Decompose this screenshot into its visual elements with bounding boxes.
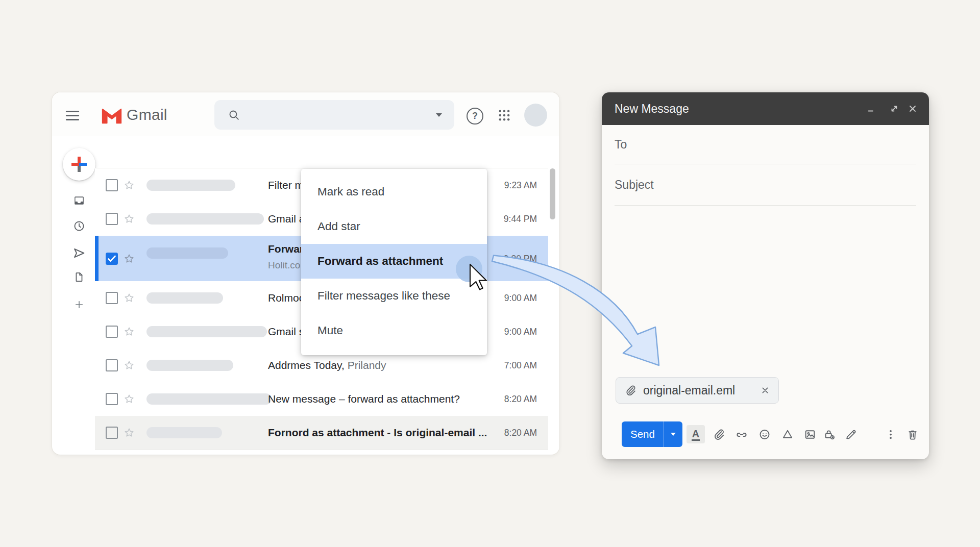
help-icon[interactable]: ?: [467, 108, 483, 125]
gmail-logo: [100, 103, 124, 127]
row-subject: Addrmes Today, Prilandy: [268, 359, 386, 371]
compose-button[interactable]: [63, 148, 95, 181]
formatting-icon: A: [692, 428, 700, 441]
gmail-window: Gmail ?: [52, 92, 559, 455]
apps-grid-icon[interactable]: [497, 108, 511, 122]
gmail-header: Gmail ?: [52, 92, 559, 137]
sent-icon[interactable]: [72, 246, 86, 260]
compose-body[interactable]: [602, 206, 929, 374]
to-field[interactable]: To: [602, 125, 929, 164]
sender-placeholder: [146, 180, 235, 191]
compose-window: New Message To Subject original-email.em…: [602, 92, 929, 459]
menu-item-mark-as-read[interactable]: Mark as read: [301, 175, 487, 209]
row-checkbox[interactable]: [106, 326, 118, 338]
compose-title: New Message: [615, 92, 689, 125]
list-toolbar: [52, 136, 559, 168]
row-time: 8:20 AM: [504, 394, 537, 405]
row-checkbox-checked[interactable]: [106, 253, 118, 265]
attach-icon[interactable]: [713, 428, 725, 441]
list-scrollbar[interactable]: [550, 168, 555, 219]
star-icon[interactable]: [123, 179, 135, 191]
close-icon[interactable]: [906, 103, 919, 115]
menu-item-add-star[interactable]: Add star: [301, 209, 487, 244]
menu-item-mute[interactable]: Mute: [301, 313, 487, 348]
gmail-brand-text: Gmail: [127, 106, 167, 123]
send-caret-icon: [671, 433, 676, 436]
row-time: 9:00 AM: [504, 293, 537, 304]
row-time: 9:00 AM: [504, 327, 537, 337]
attachment-filename: original-email.eml: [643, 384, 735, 397]
row-checkbox[interactable]: [106, 179, 118, 191]
sender-placeholder: [146, 427, 222, 438]
more-send-options-icon[interactable]: [885, 428, 897, 441]
star-icon[interactable]: [123, 253, 135, 265]
row-time: 9:23 AM: [504, 180, 537, 191]
attachment-chip[interactable]: original-email.eml: [616, 377, 779, 404]
sender-placeholder: [146, 247, 228, 259]
insert-emoji-icon[interactable]: [758, 428, 771, 441]
row-subject: Fornord as attachment - Is original-emai…: [268, 427, 487, 439]
row-subject: Gmail a: [268, 213, 305, 225]
star-icon[interactable]: [123, 427, 135, 439]
remove-attachment-icon[interactable]: [760, 385, 770, 395]
row-subject: Forwar: [268, 243, 304, 255]
drafts-icon[interactable]: [73, 271, 85, 283]
snoozed-icon[interactable]: [73, 220, 86, 233]
paperclip-icon: [624, 384, 636, 396]
menu-item-forward-as-attachment[interactable]: Forward as attachment: [301, 244, 487, 279]
minimize-icon[interactable]: [865, 103, 877, 115]
compose-plus-icon: [71, 157, 87, 172]
row-checkbox[interactable]: [106, 292, 118, 304]
row-time: 9:30 PM: [504, 253, 537, 264]
discard-draft-icon[interactable]: [906, 428, 919, 441]
inbox-icon[interactable]: [73, 194, 86, 207]
drive-icon[interactable]: [781, 428, 794, 441]
star-icon[interactable]: [123, 292, 135, 304]
row-checkbox[interactable]: [106, 393, 118, 405]
menu-item-filter-messages[interactable]: Filter messages like these: [301, 279, 487, 313]
sender-placeholder: [146, 360, 233, 371]
row-subject: Rolmoc: [268, 292, 304, 304]
search-icon: [228, 109, 240, 121]
sender-placeholder: [146, 213, 264, 225]
row-snippet: Holit.co: [268, 260, 300, 271]
star-icon[interactable]: [123, 326, 135, 338]
context-menu: Mark as read Add star Forward as attachm…: [301, 169, 487, 355]
check-icon: [106, 253, 118, 265]
search-input[interactable]: [214, 100, 454, 130]
star-icon[interactable]: [123, 393, 135, 405]
row-checkbox[interactable]: [106, 359, 118, 371]
star-icon[interactable]: [123, 213, 135, 225]
send-options-button[interactable]: [664, 421, 682, 447]
row-subject-secondary: Prilandy: [348, 359, 386, 371]
subject-field[interactable]: Subject: [602, 164, 929, 205]
hamburger-icon[interactable]: [66, 111, 79, 120]
compose-titlebar[interactable]: New Message: [602, 92, 929, 125]
expand-icon[interactable]: [888, 103, 900, 115]
more-labels-icon[interactable]: [74, 299, 85, 311]
row-time: 9:44 PM: [504, 214, 537, 225]
star-icon[interactable]: [123, 359, 135, 371]
search-options-caret-icon[interactable]: [436, 113, 442, 117]
row-checkbox[interactable]: [106, 213, 118, 225]
send-button[interactable]: Send: [622, 421, 664, 447]
sender-placeholder: [146, 326, 267, 337]
row-subject: Filter m: [268, 179, 304, 191]
row-subject: Gmail s: [268, 326, 304, 338]
insert-link-icon[interactable]: [735, 428, 748, 441]
confidential-mode-icon[interactable]: [823, 428, 836, 441]
send-split-button: Send: [622, 421, 682, 447]
insert-photo-icon[interactable]: [804, 428, 817, 441]
sender-placeholder: [146, 292, 223, 304]
row-time: 8:20 AM: [504, 428, 537, 438]
mail-row[interactable]: New message – forward as attachment? 8:2…: [95, 382, 548, 416]
signature-icon[interactable]: [845, 428, 857, 441]
row-time: 7:00 AM: [504, 360, 537, 371]
formatting-button[interactable]: A: [687, 425, 705, 443]
mail-row[interactable]: Fornord as attachment - Is original-emai…: [95, 416, 548, 450]
sender-placeholder: [146, 393, 272, 405]
avatar[interactable]: [524, 104, 547, 127]
row-checkbox[interactable]: [106, 427, 118, 439]
row-subject: New message – forward as attachment?: [268, 393, 460, 405]
